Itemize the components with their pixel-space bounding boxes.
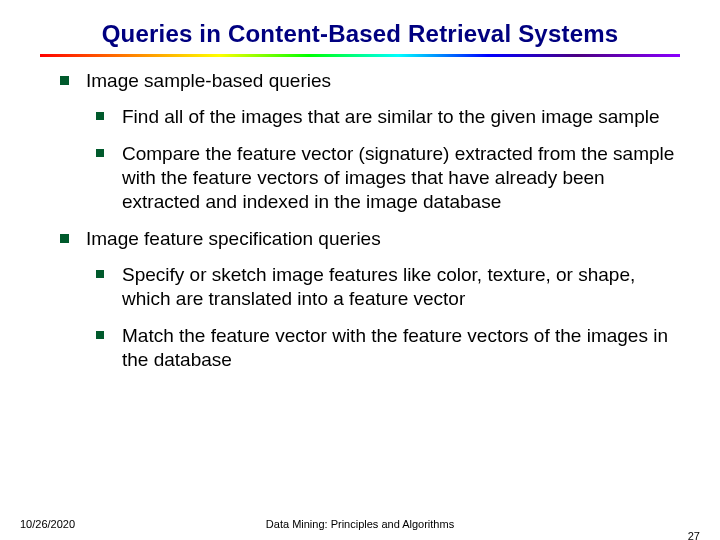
square-bullet-icon: [96, 149, 104, 157]
list-text: Specify or sketch image features like co…: [122, 264, 635, 309]
list-text: Find all of the images that are similar …: [122, 106, 660, 127]
slide-footer: 10/26/2020 Data Mining: Principles and A…: [0, 518, 720, 530]
list-item: Specify or sketch image features like co…: [96, 263, 676, 312]
section-heading: Image feature specification queries: [86, 228, 381, 249]
square-bullet-icon: [96, 270, 104, 278]
list-text: Compare the feature vector (signature) e…: [122, 143, 674, 213]
square-bullet-icon: [60, 76, 69, 85]
slide: Queries in Content-Based Retrieval Syste…: [0, 0, 720, 540]
square-bullet-icon: [60, 234, 69, 243]
footer-page-number: 27: [688, 530, 700, 540]
list-text: Match the feature vector with the featur…: [122, 325, 668, 370]
slide-content: Image sample-based queries Find all of t…: [0, 69, 720, 372]
footer-center: Data Mining: Principles and Algorithms: [0, 518, 720, 530]
list-item: Image sample-based queries: [60, 69, 676, 93]
square-bullet-icon: [96, 112, 104, 120]
footer-date: 10/26/2020: [20, 518, 75, 530]
list-item: Match the feature vector with the featur…: [96, 324, 676, 373]
title-underline: [40, 54, 680, 57]
square-bullet-icon: [96, 331, 104, 339]
section-heading: Image sample-based queries: [86, 70, 331, 91]
list-item: Image feature specification queries: [60, 227, 676, 251]
slide-title: Queries in Content-Based Retrieval Syste…: [0, 0, 720, 54]
list-item: Find all of the images that are similar …: [96, 105, 676, 129]
list-item: Compare the feature vector (signature) e…: [96, 142, 676, 215]
